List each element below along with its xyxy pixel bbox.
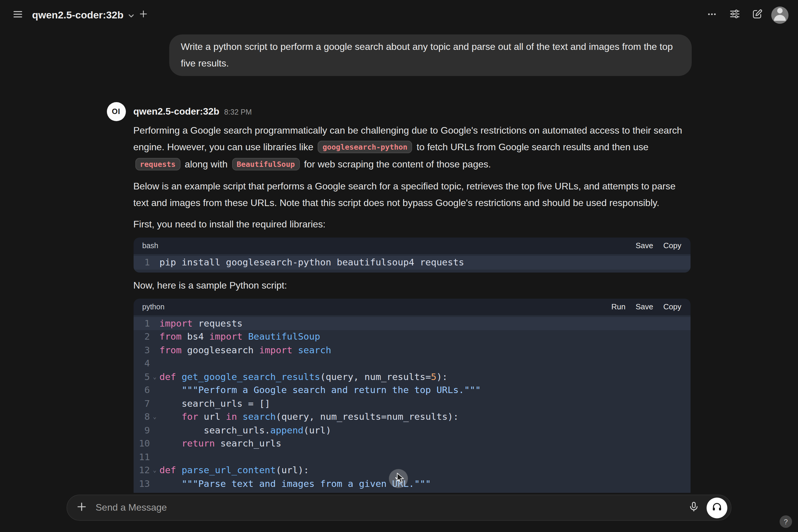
sliders-icon — [729, 8, 740, 22]
arrow-down-icon — [394, 473, 403, 484]
inline-code-chip: requests — [135, 158, 180, 170]
scroll-to-bottom-button[interactable] — [389, 469, 408, 488]
code-line: 10 return search_urls — [133, 437, 690, 450]
code-text: from bs4 import BeautifulSoup — [159, 330, 320, 343]
code-text: from googlesearch import search — [159, 343, 331, 357]
sidebar-toggle-button[interactable] — [10, 7, 26, 23]
save-code-button[interactable]: Save — [635, 238, 653, 254]
fold-spacer — [150, 383, 159, 397]
line-number: 8 — [133, 410, 150, 424]
code-block-header: python RunSaveCopy — [133, 298, 690, 315]
code-text: for url in search(query, num_results=num… — [159, 410, 459, 424]
code-text: pip install googlesearch-python beautifu… — [159, 256, 464, 269]
fold-spacer — [150, 437, 159, 450]
help-label: ? — [784, 517, 787, 526]
copy-code-button[interactable]: Copy — [663, 298, 681, 315]
model-title: qwen2.5-coder:32b — [32, 9, 124, 21]
fold-spacer — [150, 317, 159, 330]
line-number: 11 — [133, 450, 150, 464]
code-block-header: bash SaveCopy — [133, 238, 690, 254]
fold-spacer — [150, 450, 159, 464]
app-window: qwen2.5-coder:32b — [0, 0, 798, 532]
assistant-paragraph-3: First, you need to install the required … — [133, 216, 690, 233]
assistant-model-name: qwen2.5-coder:32b — [133, 106, 220, 117]
composer-area: Send a Message — [0, 493, 798, 532]
code-text: return search_urls — [159, 437, 282, 450]
code-line: 6 """Perform a Google search and return … — [133, 383, 690, 397]
code-line: 12⌄def parse_url_content(url): — [133, 464, 690, 477]
user-avatar[interactable] — [771, 6, 788, 24]
fold-spacer — [150, 357, 159, 370]
code-text: search_urls = [] — [159, 397, 270, 410]
line-number: 2 — [133, 330, 150, 343]
message-placeholder: Send a Message — [96, 502, 685, 513]
code-line: 2from bs4 import BeautifulSoup — [133, 330, 690, 343]
line-number: 3 — [133, 343, 150, 357]
model-selector[interactable]: qwen2.5-coder:32b — [32, 9, 135, 21]
fold-spacer — [150, 343, 159, 357]
code-line: 9 search_urls.append(url) — [133, 424, 690, 437]
run-code-button[interactable]: Run — [611, 298, 626, 315]
fold-toggle-icon[interactable]: ⌄ — [150, 370, 159, 383]
new-model-plus-button[interactable] — [135, 7, 151, 23]
user-message-bubble: Write a python script to perform a googl… — [169, 35, 691, 76]
inline-code-chip: googlesearch-python — [318, 141, 412, 153]
inline-code-chip: BeautifulSoup — [232, 158, 300, 170]
more-options-button[interactable] — [704, 7, 720, 23]
plus-icon — [76, 501, 87, 514]
code-text: def get_google_search_results(query, num… — [159, 370, 448, 383]
text-segment: along with — [182, 159, 230, 169]
line-number: 1 — [133, 256, 150, 269]
code-line: 8⌄ for url in search(query, num_results=… — [133, 410, 690, 424]
fold-toggle-icon[interactable]: ⌄ — [150, 464, 159, 477]
attach-plus-button[interactable] — [73, 499, 90, 516]
code-line: 4 — [133, 357, 690, 370]
code-line: 11 — [133, 450, 690, 464]
fold-spacer — [150, 397, 159, 410]
assistant-paragraph-4: Now, here is a sample Python script: — [133, 277, 690, 293]
line-number: 7 — [133, 397, 150, 410]
code-line: 7 search_urls = [] — [133, 397, 690, 410]
code-block-bash: bash SaveCopy 1pip install googlesearch-… — [133, 238, 690, 272]
line-number: 10 — [133, 437, 150, 450]
code-text: def parse_url_content(url): — [159, 464, 309, 477]
fold-spacer — [150, 256, 159, 269]
save-code-button[interactable]: Save — [635, 298, 653, 315]
assistant-message-body: Performing a Google search programmatica… — [133, 122, 690, 507]
text-segment: to fetch URLs from Google search results… — [414, 142, 648, 152]
line-number: 1 — [133, 317, 150, 330]
chat-scroll-area[interactable]: Write a python script to perform a googl… — [0, 30, 798, 532]
code-line: 1import requests — [133, 317, 690, 330]
headphones-icon — [711, 501, 723, 514]
assistant-paragraph-2: Below is an example script that performs… — [133, 178, 690, 211]
assistant-avatar-monogram: OI — [112, 108, 120, 116]
chat-controls-button[interactable] — [726, 7, 743, 23]
code-content: 1import requests2from bs4 import Beautif… — [133, 315, 690, 507]
line-number: 9 — [133, 424, 150, 437]
dictate-button[interactable] — [685, 499, 702, 516]
code-line: 1pip install googlesearch-python beautif… — [133, 256, 690, 269]
new-chat-button[interactable] — [749, 7, 765, 23]
ellipsis-icon — [706, 8, 717, 22]
message-timestamp: 8:32 PM — [224, 108, 252, 116]
code-block-python: python RunSaveCopy 1import requests2from… — [133, 298, 690, 507]
code-line: 5⌄def get_google_search_results(query, n… — [133, 370, 690, 383]
assistant-message-header: OI qwen2.5-coder:32b 8:32 PM — [107, 102, 691, 121]
line-number: 12 — [133, 464, 150, 477]
copy-code-button[interactable]: Copy — [663, 238, 681, 254]
message-input[interactable]: Send a Message — [66, 495, 732, 521]
help-button[interactable]: ? — [780, 515, 792, 528]
code-language-label: python — [142, 298, 165, 315]
person-icon — [771, 6, 788, 24]
topbar-actions — [704, 6, 788, 24]
voice-call-button[interactable] — [706, 497, 727, 518]
microphone-icon — [688, 501, 699, 514]
fold-spacer — [150, 330, 159, 343]
assistant-paragraph-1: Performing a Google search programmatica… — [133, 122, 690, 173]
code-line: 3from googlesearch import search — [133, 343, 690, 357]
code-actions: RunSaveCopy — [611, 298, 681, 315]
code-text: import requests — [159, 317, 243, 330]
edit-pencil-icon — [752, 8, 763, 22]
fold-toggle-icon[interactable]: ⌄ — [150, 410, 159, 424]
line-number: 13 — [133, 477, 150, 491]
